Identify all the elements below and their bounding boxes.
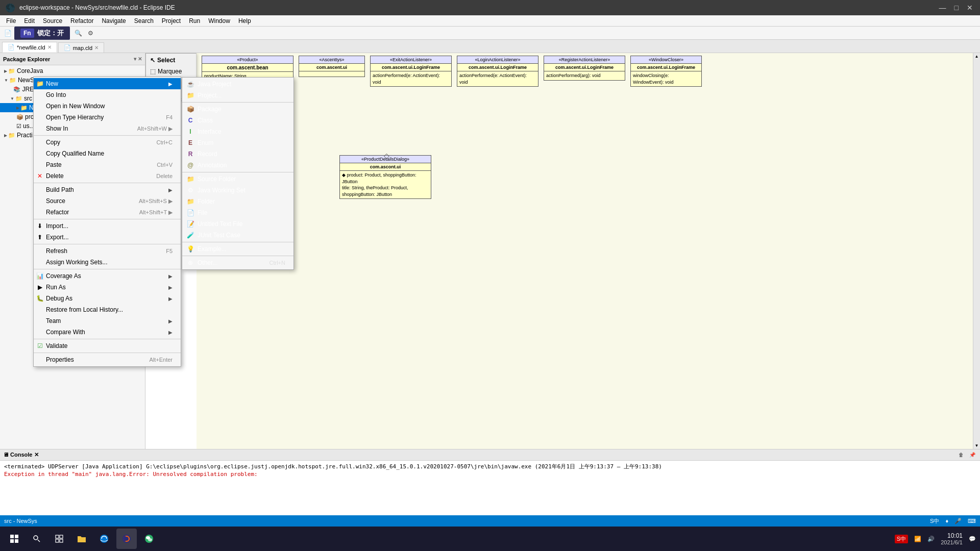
menu-refactor[interactable]: Refactor [66, 16, 97, 26]
new-example[interactable]: 💡 Example... [182, 243, 293, 255]
context-menu-assign-working[interactable]: Assign Working Sets... [34, 257, 181, 268]
taskbar-notification[interactable]: 💬 [969, 536, 976, 542]
toolbar-search[interactable]: 🔍 [72, 28, 84, 39]
search-button[interactable] [27, 529, 47, 549]
context-menu-properties[interactable]: Properties Alt+Enter [34, 354, 181, 365]
select-tool-select[interactable]: ↖ Select [146, 55, 196, 66]
new-icon: 📁 [20, 105, 28, 111]
scroll-up-icon[interactable]: ▲ [975, 54, 979, 59]
console-pin[interactable]: 📌 [968, 450, 977, 460]
sidebar-item-corejava[interactable]: ▶ 📁 CoreJava [0, 66, 145, 76]
toolbar-settings[interactable]: ⚙ [85, 28, 96, 39]
file-explorer-button[interactable] [71, 529, 92, 549]
new-enum[interactable]: E Enum [182, 137, 293, 148]
new-source-folder[interactable]: 📁 Source Folder [182, 173, 293, 185]
uml-product-stereotype: «Product» [202, 56, 293, 64]
context-menu-restore[interactable]: Restore from Local History... [34, 304, 181, 315]
new-file[interactable]: 📄 File [182, 207, 293, 218]
junit-label: JUnit Test Case [198, 232, 240, 239]
context-menu-delete[interactable]: ✕ Delete Delete [34, 170, 181, 182]
context-menu-export[interactable]: ⬆ Export... [34, 232, 181, 243]
uml-registeraction: «RegisterActionListener» com.ascent.ui.L… [544, 56, 625, 81]
menu-navigate[interactable]: Navigate [97, 16, 130, 26]
tab-map-close[interactable]: ✕ [94, 45, 99, 51]
start-button[interactable] [4, 529, 24, 549]
new-java-project[interactable]: ☕ Java Project [182, 79, 293, 90]
wechat-button[interactable] [139, 529, 159, 549]
menu-project[interactable]: Project [158, 16, 185, 26]
marquee-icon: ⬚ [150, 68, 156, 75]
diagram-canvas[interactable]: «Product» com.ascent.bean productName: S… [197, 53, 973, 449]
new-untitled-text[interactable]: 📝 Untitled Text File [182, 218, 293, 230]
new-record[interactable]: R Record [182, 148, 293, 160]
context-menu-import[interactable]: ⬇ Import... [34, 220, 181, 232]
uml-ascenttys: «Ascenttys» com.ascent.ui [299, 56, 365, 77]
sidebar-controls: ▾ ✕ [134, 56, 142, 62]
new-annotation[interactable]: @ Annotation [182, 160, 293, 171]
task-view-button[interactable] [49, 529, 69, 549]
new-package[interactable]: 📦 Package [182, 104, 293, 115]
context-menu-open-new-window[interactable]: Open in New Window [34, 101, 181, 112]
menu-run[interactable]: Run [185, 16, 204, 26]
minimize-button[interactable]: — [937, 4, 948, 12]
new-interface[interactable]: I Interface [182, 126, 293, 137]
context-menu-debug-as[interactable]: 🐛 Debug As ▶ [34, 293, 181, 304]
context-menu-validate[interactable]: ☑ Validate [34, 340, 181, 352]
context-menu-paste[interactable]: Paste Ctrl+V [34, 159, 181, 170]
src-icon: 📁 [15, 95, 22, 102]
new-project[interactable]: 📁 Project... [182, 90, 293, 101]
eclipse-button[interactable] [116, 529, 137, 549]
console-clear[interactable]: 🗑 [957, 450, 966, 460]
menu-help[interactable]: Help [234, 16, 255, 26]
sidebar-header: Package Explorer ▾ ✕ [0, 53, 145, 65]
menu-window[interactable]: Window [204, 16, 234, 26]
new-junit[interactable]: 🧪 JUnit Test Case [182, 230, 293, 241]
tab-newfile-close[interactable]: ✕ [47, 44, 52, 50]
context-menu-coverage[interactable]: 📊 Coverage As ▶ [34, 270, 181, 282]
close-button[interactable]: ✕ [965, 4, 975, 12]
context-menu-run-as[interactable]: ▶ Run As ▶ [34, 282, 181, 293]
compare-arrow: ▶ [168, 330, 173, 335]
tab-newfile-icon: 📄 [8, 44, 15, 51]
menu-source[interactable]: Source [39, 16, 66, 26]
package-label: Package [198, 106, 222, 113]
new-arrow: ▶ [16, 106, 19, 110]
menu-edit[interactable]: Edit [20, 16, 39, 26]
edge-button[interactable] [94, 529, 114, 549]
tab-newfile[interactable]: 📄 *newfile.cld ✕ [2, 42, 57, 53]
context-menu-copy[interactable]: Copy Ctrl+C [34, 137, 181, 148]
right-scroll-panel: ▲ ▼ [973, 53, 980, 449]
statusbar: src - NewSys S中 ♦ 🎤 ⌨ [0, 515, 980, 527]
context-menu-build-path[interactable]: Build Path ▶ [34, 184, 181, 195]
context-menu-refresh[interactable]: Refresh F5 [34, 245, 181, 257]
new-folder[interactable]: 📁 Folder [182, 196, 293, 207]
context-menu-open-type[interactable]: Open Type Hierarchy F4 [34, 112, 181, 123]
toolbar: 📄 📁 💾 ▶ 🐛 🔍 ⚙ [0, 27, 980, 40]
tab-map[interactable]: 📄 map.cld ✕ [58, 42, 105, 53]
context-menu-refactor[interactable]: Refactor Alt+Shift+T ▶ [34, 207, 181, 218]
context-menu-go-into[interactable]: Go Into [34, 89, 181, 101]
context-menu-team[interactable]: Team ▶ [34, 315, 181, 327]
maximize-button[interactable]: □ [952, 4, 961, 12]
new-working-set[interactable]: ⚙ Java Working Set [182, 185, 293, 196]
new-other[interactable]: ⊕ Other... Ctrl+N [182, 257, 293, 268]
scroll-down-icon[interactable]: ▼ [975, 443, 979, 448]
context-menu-source[interactable]: Source Alt+Shift+S ▶ [34, 195, 181, 207]
copy-qualified-label: Copy Qualified Name [46, 150, 104, 157]
new-submenu-sep4 [182, 256, 293, 256]
context-menu-show-in[interactable]: Show In Alt+Shift+W ▶ [34, 123, 181, 134]
context-menu-compare[interactable]: Compare With ▶ [34, 327, 181, 338]
select-tool-marquee[interactable]: ⬚ Marquee [146, 66, 196, 77]
new-class[interactable]: C Class [182, 115, 293, 126]
build-path-arrow: ▶ [168, 187, 173, 193]
svg-rect-1 [15, 535, 18, 538]
toolbar-new[interactable]: 📄 [2, 28, 13, 39]
working-set-label: Java Working Set [198, 187, 246, 194]
menu-file[interactable]: File [2, 16, 20, 26]
context-menu-new[interactable]: 📁 New ▶ ☕ Java Project 📁 Project... 📦 Pa… [34, 78, 181, 89]
uml-windowcloser: «WindowCloser» com.ascent.ui.LoginFrame … [630, 56, 702, 87]
context-menu-copy-qualified[interactable]: Copy Qualified Name [34, 148, 181, 159]
menu-search[interactable]: Search [130, 16, 158, 26]
taskbar-volume: 🔊 [927, 536, 935, 542]
context-sep7 [34, 353, 181, 353]
